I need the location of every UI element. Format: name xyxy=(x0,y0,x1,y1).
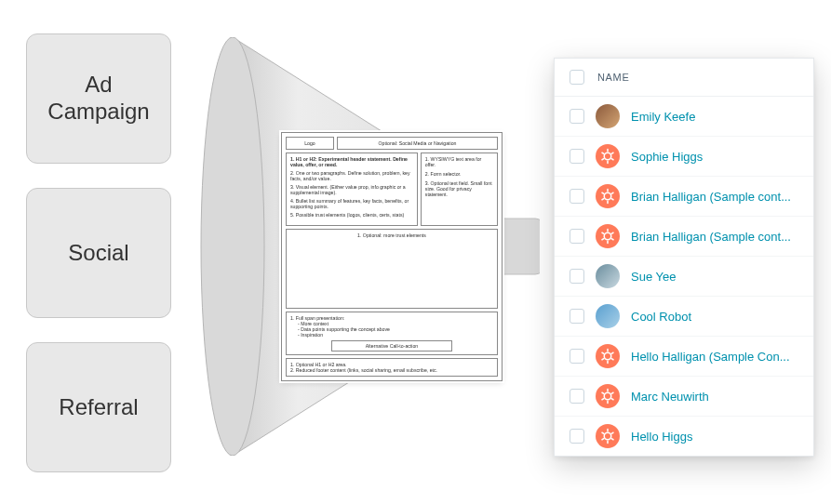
wf-trust-label: 1. Optional: more trust elements xyxy=(357,232,426,238)
wf-s1: 1. WYSIWYG text area for offer. xyxy=(425,156,493,167)
contact-row[interactable]: Cool Robot xyxy=(555,297,813,337)
avatar xyxy=(596,104,620,128)
source-card-social: Social xyxy=(26,188,171,318)
contact-name[interactable]: Hello Halligan (Sample Con... xyxy=(631,350,790,364)
wf-p3: 3. Visual element. (Either value prop, i… xyxy=(290,184,413,195)
wf-s2: 2. Form selector. xyxy=(425,171,493,177)
avatar xyxy=(596,424,620,448)
wf-main-content: 1. H1 or H2: Experimental header stateme… xyxy=(286,153,418,226)
svg-point-7 xyxy=(604,432,611,440)
contact-name[interactable]: Emily Keefe xyxy=(631,110,695,124)
contact-checkbox[interactable] xyxy=(570,149,584,164)
wf-nav-box: Optional: Social Media or Navigation xyxy=(337,137,498,150)
wf-sidebar: 1. WYSIWYG text area for offer. 2. Form … xyxy=(421,153,498,226)
svg-point-4 xyxy=(604,232,611,240)
avatar xyxy=(596,304,620,328)
wf-presentation: 1. Full span presentation: - More contex… xyxy=(286,312,498,355)
source-card-referral: Referral xyxy=(26,342,171,472)
contact-checkbox[interactable] xyxy=(570,349,584,364)
wf-nav-label: Optional: Social Media or Navigation xyxy=(379,140,457,146)
avatar xyxy=(596,344,620,368)
contact-checkbox[interactable] xyxy=(570,309,584,324)
contact-checkbox[interactable] xyxy=(570,389,584,404)
avatar xyxy=(596,384,620,408)
contact-row[interactable]: Sophie Higgs xyxy=(555,137,813,177)
source-card-label: Social xyxy=(68,240,128,267)
wf-h1: 1. H1 or H2: Experimental header stateme… xyxy=(290,156,413,167)
contacts-body: Emily KeefeSophie HiggsBrian Halligan (S… xyxy=(555,97,813,456)
contacts-panel: NAME Emily KeefeSophie HiggsBrian Hallig… xyxy=(554,58,814,457)
wf-p2: 2. One or two paragraphs. Define solutio… xyxy=(290,170,413,181)
contact-name[interactable]: Hello Higgs xyxy=(631,430,692,444)
wf-logo-box: Logo xyxy=(286,137,334,150)
avatar xyxy=(596,184,620,208)
svg-point-0 xyxy=(201,37,264,456)
contact-name[interactable]: Cool Robot xyxy=(631,310,691,324)
wf-p4: 4. Bullet list summary of features, key … xyxy=(290,198,413,209)
contact-row[interactable]: Hello Halligan (Sample Con... xyxy=(555,337,813,377)
contact-checkbox[interactable] xyxy=(570,109,584,124)
wf-s3: 3. Optional text field. Small font size.… xyxy=(425,180,493,197)
contact-row[interactable]: Emily Keefe xyxy=(555,97,813,137)
source-card-label: Ad Campaign xyxy=(34,72,163,126)
contact-name[interactable]: Marc Neuwirth xyxy=(631,390,709,404)
avatar xyxy=(596,264,620,288)
avatar xyxy=(596,224,620,248)
contact-checkbox[interactable] xyxy=(570,229,584,244)
contact-name[interactable]: Sue Yee xyxy=(631,270,676,284)
svg-point-3 xyxy=(604,192,611,200)
contact-row[interactable]: Brian Halligan (Sample cont... xyxy=(555,177,813,217)
contact-row[interactable]: Hello Higgs xyxy=(555,417,813,456)
contact-name[interactable]: Brian Halligan (Sample cont... xyxy=(631,190,791,204)
select-all-checkbox[interactable] xyxy=(570,70,584,85)
wf-footer-2: 2. Reduced footer content (links, social… xyxy=(290,367,493,373)
wf-p5: 5. Possible trust elements (logos, clien… xyxy=(290,212,413,218)
wf-cta: Alternative Call-to-action xyxy=(331,340,453,351)
contact-row[interactable]: Brian Halligan (Sample cont... xyxy=(555,217,813,257)
wf-logo-label: Logo xyxy=(304,140,315,146)
contacts-header-label: NAME xyxy=(597,72,629,83)
wf-pres-c: - Inspiration xyxy=(298,332,493,338)
landing-page-wireframe: Logo Optional: Social Media or Navigatio… xyxy=(281,132,503,381)
avatar xyxy=(596,144,620,168)
contacts-header: NAME xyxy=(555,59,813,97)
contact-checkbox[interactable] xyxy=(570,429,584,444)
svg-point-6 xyxy=(604,392,611,400)
contact-name[interactable]: Sophie Higgs xyxy=(631,150,703,164)
diagram-stage: Ad Campaign Social Referral xyxy=(0,0,831,504)
source-card-ad-campaign: Ad Campaign xyxy=(26,33,171,164)
wf-footer: 1. Optional H1 or H2 area. 2. Reduced fo… xyxy=(286,358,498,377)
contact-row[interactable]: Sue Yee xyxy=(555,257,813,297)
source-cards: Ad Campaign Social Referral xyxy=(26,33,171,472)
source-card-label: Referral xyxy=(59,394,138,421)
contact-checkbox[interactable] xyxy=(570,189,584,204)
contact-checkbox[interactable] xyxy=(570,269,584,284)
svg-point-5 xyxy=(604,352,611,360)
contact-row[interactable]: Marc Neuwirth xyxy=(555,377,813,417)
contact-name[interactable]: Brian Halligan (Sample cont... xyxy=(631,230,791,244)
svg-point-2 xyxy=(604,153,611,160)
wf-cta-label: Alternative Call-to-action xyxy=(366,343,419,349)
wf-trust-row: 1. Optional: more trust elements xyxy=(286,229,498,310)
